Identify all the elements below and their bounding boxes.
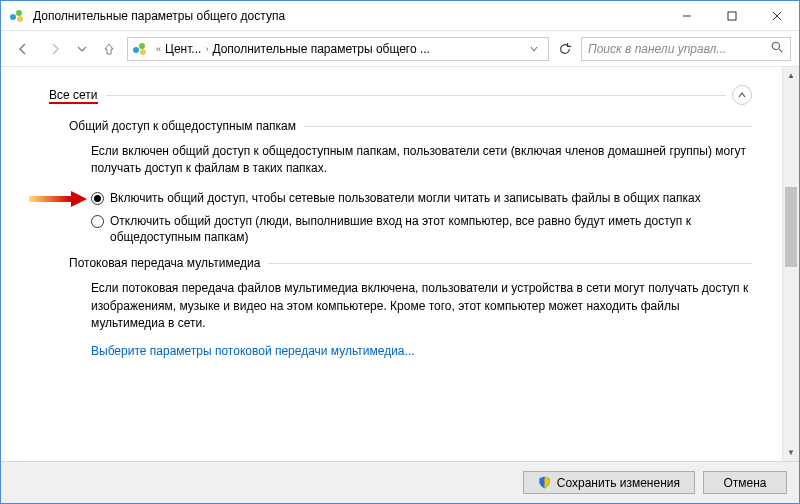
media-streaming-link[interactable]: Выберите параметры потоковой передачи му…: [91, 344, 752, 358]
minimize-button[interactable]: [664, 1, 709, 30]
network-center-icon: [132, 41, 148, 57]
section-all-networks[interactable]: Все сети: [49, 85, 752, 105]
svg-rect-4: [728, 12, 736, 20]
window-controls: [664, 1, 799, 30]
group-title: Общий доступ к общедоступным папкам: [69, 119, 296, 133]
svg-point-1: [16, 10, 22, 16]
maximize-button[interactable]: [709, 1, 754, 30]
scrollbar-thumb[interactable]: [785, 187, 797, 267]
radio-label: Отключить общий доступ (люди, выполнивши…: [110, 213, 752, 247]
title-bar: Дополнительные параметры общего доступа: [1, 1, 799, 31]
chevron-left-icon: «: [156, 44, 161, 54]
window-title: Дополнительные параметры общего доступа: [33, 9, 664, 23]
address-bar: « Цент... › Дополнительные параметры общ…: [1, 31, 799, 67]
refresh-button[interactable]: [553, 37, 577, 61]
save-button[interactable]: Сохранить изменения: [523, 471, 695, 494]
svg-point-0: [10, 14, 16, 20]
svg-point-9: [140, 49, 146, 55]
svg-point-8: [139, 43, 145, 49]
recent-locations-button[interactable]: [73, 35, 91, 63]
separator-line: [304, 126, 752, 127]
breadcrumb-item[interactable]: Цент...: [165, 42, 201, 56]
svg-line-11: [779, 49, 782, 52]
svg-point-2: [17, 16, 23, 22]
content-area: Все сети Общий доступ к общедоступным па…: [1, 67, 782, 461]
scrollbar[interactable]: ▲ ▼: [782, 67, 799, 461]
cancel-button[interactable]: Отмена: [703, 471, 787, 494]
search-icon: [771, 41, 784, 57]
radio-enable-sharing[interactable]: Включить общий доступ, чтобы сетевые пол…: [91, 190, 752, 207]
save-button-label: Сохранить изменения: [557, 476, 680, 490]
group-description: Если включен общий доступ к общедоступны…: [91, 143, 752, 178]
radio-disable-sharing[interactable]: Отключить общий доступ (люди, выполнивши…: [91, 213, 752, 247]
radio-icon[interactable]: [91, 215, 104, 228]
svg-marker-13: [71, 191, 87, 207]
svg-rect-12: [29, 196, 71, 202]
group-public-folder-sharing: Общий доступ к общедоступным папкам Если…: [69, 119, 752, 246]
forward-button[interactable]: [41, 35, 69, 63]
breadcrumb-dropdown[interactable]: [524, 42, 544, 56]
annotation-arrow: [29, 189, 89, 214]
svg-point-7: [133, 47, 139, 53]
close-button[interactable]: [754, 1, 799, 30]
group-title: Потоковая передача мультимедиа: [69, 256, 260, 270]
group-description: Если потоковая передача файлов мультимед…: [91, 280, 752, 332]
radio-label: Включить общий доступ, чтобы сетевые пол…: [110, 190, 752, 207]
collapse-button[interactable]: [732, 85, 752, 105]
network-center-icon: [9, 8, 25, 24]
svg-point-10: [772, 42, 779, 49]
section-title: Все сети: [49, 88, 98, 102]
search-input[interactable]: Поиск в панели управл...: [581, 37, 791, 61]
radio-icon[interactable]: [91, 192, 104, 205]
scroll-down-button[interactable]: ▼: [783, 444, 799, 461]
breadcrumb[interactable]: « Цент... › Дополнительные параметры общ…: [127, 37, 549, 61]
group-media-streaming: Потоковая передача мультимедиа Если пото…: [69, 256, 752, 358]
back-button[interactable]: [9, 35, 37, 63]
chevron-right-icon: ›: [205, 44, 208, 54]
shield-icon: [538, 476, 551, 489]
button-bar: Сохранить изменения Отмена: [1, 461, 799, 503]
up-button[interactable]: [95, 35, 123, 63]
breadcrumb-item[interactable]: Дополнительные параметры общего ...: [212, 42, 430, 56]
separator-line: [106, 95, 727, 96]
scroll-up-button[interactable]: ▲: [783, 67, 799, 84]
annotation-underline: [49, 102, 98, 104]
separator-line: [268, 263, 752, 264]
cancel-button-label: Отмена: [723, 476, 766, 490]
search-placeholder: Поиск в панели управл...: [588, 42, 767, 56]
